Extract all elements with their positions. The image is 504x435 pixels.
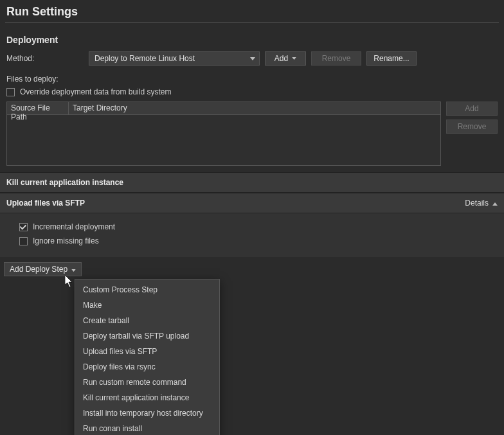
menu-item[interactable]: Run conan install xyxy=(75,421,219,435)
method-add-label: Add xyxy=(274,54,288,63)
method-rename-button[interactable]: Rename... xyxy=(366,51,417,66)
menu-item[interactable]: Install into temporary host directory xyxy=(75,405,219,421)
panel-kill-instance[interactable]: Kill current application instance xyxy=(0,172,504,193)
menu-item[interactable]: Run custom remote command xyxy=(75,375,219,390)
method-rename-label: Rename... xyxy=(374,54,409,63)
details-toggle[interactable]: Details xyxy=(465,199,498,208)
files-table-wrap: Source File Path Target Directory Add Re… xyxy=(0,102,504,172)
add-deploy-step-label: Add Deploy Step xyxy=(10,265,68,274)
method-row: Method: Deploy to Remote Linux Host Add … xyxy=(0,51,504,75)
method-label: Method: xyxy=(6,54,84,63)
page-title: Run Settings xyxy=(0,0,504,22)
method-remove-button[interactable]: Remove xyxy=(311,51,361,66)
panel-kill-label: Kill current application instance xyxy=(6,178,123,187)
chevron-down-icon xyxy=(292,57,296,60)
incremental-label: Incremental deployment xyxy=(33,222,115,231)
details-label: Details xyxy=(465,199,489,208)
method-combobox[interactable]: Deploy to Remote Linux Host xyxy=(89,51,260,66)
panel-sftp-label: Upload files via SFTP xyxy=(6,199,85,208)
incremental-row: Incremental deployment xyxy=(19,220,498,234)
add-deploy-step-button[interactable]: Add Deploy Step xyxy=(4,262,82,276)
col-target[interactable]: Target Directory xyxy=(69,102,440,114)
menu-item[interactable]: Deploy files via rsync xyxy=(75,359,219,375)
files-add-button[interactable]: Add xyxy=(446,102,498,116)
files-table[interactable]: Source File Path Target Directory xyxy=(6,102,441,166)
files-add-label: Add xyxy=(465,104,478,113)
override-label: Override deployment data from build syst… xyxy=(20,87,171,96)
chevron-down-icon xyxy=(250,57,255,60)
override-row: Override deployment data from build syst… xyxy=(0,87,504,102)
method-remove-label: Remove xyxy=(322,54,351,63)
deployment-heading: Deployment xyxy=(0,32,504,51)
files-label: Files to deploy: xyxy=(0,75,504,87)
chevron-up-icon xyxy=(492,199,498,208)
menu-item[interactable]: Custom Process Step xyxy=(75,282,219,297)
col-source[interactable]: Source File Path xyxy=(7,102,69,114)
add-step-row: Add Deploy Step xyxy=(0,257,504,281)
files-remove-button[interactable]: Remove xyxy=(446,120,498,134)
override-checkbox[interactable] xyxy=(6,88,15,96)
menu-item[interactable]: Kill current application instance xyxy=(75,390,219,405)
sftp-options: Incremental deployment Ignore missing fi… xyxy=(0,213,504,257)
add-deploy-step-menu: Custom Process StepMakeCreate tarballDep… xyxy=(75,279,220,435)
menu-item[interactable]: Create tarball xyxy=(75,313,219,328)
panel-sftp[interactable]: Upload files via SFTP Details xyxy=(0,193,504,213)
files-side-buttons: Add Remove xyxy=(446,102,498,134)
ignore-missing-row: Ignore missing files xyxy=(19,234,498,248)
files-table-header: Source File Path Target Directory xyxy=(7,102,440,115)
menu-item[interactable]: Deploy tarball via SFTP upload xyxy=(75,328,219,344)
title-divider xyxy=(5,22,499,23)
chevron-down-icon xyxy=(71,265,76,274)
menu-item[interactable]: Upload files via SFTP xyxy=(75,344,219,359)
incremental-checkbox[interactable] xyxy=(19,223,28,231)
method-add-button[interactable]: Add xyxy=(265,51,306,66)
ignore-missing-label: Ignore missing files xyxy=(33,236,99,245)
menu-item[interactable]: Make xyxy=(75,297,219,313)
ignore-missing-checkbox[interactable] xyxy=(19,237,28,245)
method-value: Deploy to Remote Linux Host xyxy=(94,54,195,63)
files-remove-label: Remove xyxy=(458,122,487,131)
